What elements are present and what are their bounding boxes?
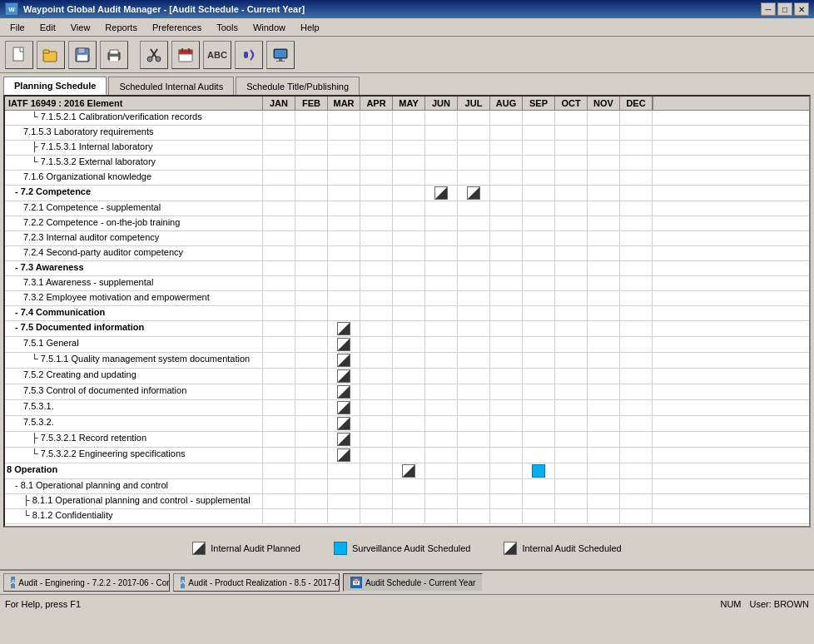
toolbar: ABC <box>0 37 814 73</box>
menu-tools[interactable]: Tools <box>210 19 245 36</box>
col-header-apr: APR <box>360 97 393 110</box>
table-row: └ 7.1.5.3.2 External laboratory <box>5 156 809 171</box>
table-row: 7.2.2 Competence - on-the-job training <box>5 216 809 231</box>
user-indicator: User: BROWN <box>750 599 810 609</box>
new-button[interactable] <box>5 41 33 69</box>
minimize-button[interactable]: ─ <box>761 2 776 16</box>
svg-rect-4 <box>78 48 85 53</box>
menu-reports[interactable]: Reports <box>98 19 144 36</box>
svg-rect-5 <box>77 55 87 61</box>
menu-edit[interactable]: Edit <box>33 19 62 36</box>
taskbar-btn-1[interactable]: A Audit - Enginering - 7.2.2 - 2017-06 -… <box>3 573 170 592</box>
help-text: For Help, press F1 <box>5 599 81 609</box>
col-header-dec: DEC <box>620 97 653 110</box>
table-row: 7.5.1 General <box>5 337 809 353</box>
svg-rect-7 <box>110 50 118 54</box>
schedule-container: IATF 16949 : 2016 Element JAN FEB MAR AP… <box>3 95 811 528</box>
svg-point-12 <box>156 57 161 62</box>
col-header-aug: AUG <box>490 97 523 110</box>
table-row: 7.5.2 Creating and updating <box>5 369 809 384</box>
table-row: ├ 7.1.5.3.1 Internal laboratory <box>5 141 809 156</box>
close-button[interactable]: ✕ <box>794 2 809 16</box>
tab-container: Planning Schedule Scheduled Internal Aud… <box>3 77 811 95</box>
taskbar-label-3: Audit Schedule - Current Year <box>365 578 475 587</box>
table-row: - 8.1 Operational planning and control <box>5 479 809 494</box>
menu-view[interactable]: View <box>64 19 97 36</box>
taskbar-icon-3: 📅 <box>350 577 362 588</box>
col-header-sep: SEP <box>523 97 555 110</box>
open-button[interactable] <box>37 41 65 69</box>
title-bar: W Waypoint Global Audit Manager - [Audit… <box>0 0 814 18</box>
menu-bar: File Edit View Reports Preferences Tools… <box>0 18 814 37</box>
table-row: 7.3.2 Employee motivation and empowermen… <box>5 291 809 306</box>
legend-surveillance-label: Surveillance Audit Scheduled <box>352 543 470 553</box>
taskbar-btn-2[interactable]: A Audit - Product Realization - 8.5 - 20… <box>173 573 340 592</box>
save-button[interactable] <box>68 41 97 69</box>
status-bar: For Help, press F1 NUM User: BROWN <box>0 594 814 612</box>
audio-button[interactable] <box>235 41 263 69</box>
table-row: 7.3.1 Awareness - supplemental <box>5 276 809 291</box>
app-icon: W <box>5 2 18 16</box>
table-row: 7.2.3 Internal auditor competency <box>5 231 809 246</box>
maximize-button[interactable]: □ <box>777 2 792 16</box>
svg-rect-17 <box>244 52 248 58</box>
table-row: 7.2.1 Competence - supplemental <box>5 201 809 216</box>
svg-point-11 <box>147 57 152 62</box>
print-button[interactable] <box>100 41 128 69</box>
table-row: └ 7.5.1.1 Quality management system docu… <box>5 353 809 369</box>
table-row: 7.5.3.2. <box>5 416 809 432</box>
calendar-button[interactable] <box>171 41 200 69</box>
taskbar-label-1: Audit - Enginering - 7.2.2 - 2017-06 - C… <box>18 578 170 587</box>
svg-rect-20 <box>279 58 282 61</box>
menu-file[interactable]: File <box>3 19 32 36</box>
cut-button[interactable] <box>140 41 168 69</box>
taskbar-label-2: Audit - Product Realization - 8.5 - 2017… <box>188 578 340 587</box>
svg-rect-0 <box>13 47 23 61</box>
num-indicator: NUM <box>720 599 741 609</box>
col-header-jul: JUL <box>458 97 490 110</box>
tab-scheduled-internal-audits[interactable]: Scheduled Internal Audits <box>108 77 234 95</box>
table-row: 7.1.5.3 Laboratory requirements <box>5 126 809 141</box>
col-header-may: MAY <box>393 97 425 110</box>
table-row: - 7.5 Documented information <box>5 321 809 337</box>
col-header-element: IATF 16949 : 2016 Element <box>5 97 263 110</box>
title-text: Waypoint Global Audit Manager - [Audit S… <box>23 4 305 14</box>
table-row: 7.5.3.1. <box>5 400 809 416</box>
taskbar-icon-2: A <box>181 577 185 588</box>
table-row: └ 7.5.3.2.2 Engineering specifications <box>5 448 809 463</box>
schedule-body[interactable]: └ 7.1.5.2.1 Calibration/verification rec… <box>5 111 809 524</box>
col-header-jan: JAN <box>263 97 295 110</box>
menu-help[interactable]: Help <box>294 19 326 36</box>
col-header-feb: FEB <box>295 97 328 110</box>
taskbar-icon-1: A <box>11 577 15 588</box>
monitor-button[interactable] <box>266 41 295 69</box>
svg-rect-14 <box>179 50 192 54</box>
abc-button[interactable]: ABC <box>203 41 231 69</box>
menu-window[interactable]: Window <box>246 19 292 36</box>
legend-scheduled-label: Internal Audit Scheduled <box>522 543 621 553</box>
legend-planned-icon <box>192 542 206 555</box>
taskbar-btn-3[interactable]: 📅 Audit Schedule - Current Year <box>343 573 483 592</box>
svg-rect-8 <box>110 57 118 62</box>
table-row: ├ 7.5.3.2.1 Record retention <box>5 432 809 448</box>
taskbar: A Audit - Enginering - 7.2.2 - 2017-06 -… <box>0 569 814 594</box>
table-row: 7.2.4 Second-party auditor competency <box>5 246 809 261</box>
legend-scheduled-icon <box>504 542 517 555</box>
legend-planned-label: Internal Audit Planned <box>211 543 300 553</box>
table-row: └ 8.1.2 Confidentiality <box>5 509 809 524</box>
table-row: 7.1.6 Organizational knowledge <box>5 171 809 186</box>
menu-preferences[interactable]: Preferences <box>146 19 208 36</box>
col-header-nov: NOV <box>588 97 620 110</box>
table-row: └ 7.1.5.2.1 Calibration/verification rec… <box>5 111 809 126</box>
table-row: - 7.2 Competence <box>5 186 809 201</box>
table-row: 8 Operation <box>5 463 809 479</box>
col-header-jun: JUN <box>425 97 458 110</box>
legend-surveillance-icon <box>334 542 347 555</box>
col-header-oct: OCT <box>555 97 588 110</box>
legend: Internal Audit Planned Surveillance Audi… <box>3 528 811 569</box>
tab-planning-schedule[interactable]: Planning Schedule <box>3 77 107 95</box>
col-header-mar: MAR <box>328 97 360 110</box>
table-row: 7.5.3 Control of documented information <box>5 384 809 400</box>
table-row: - 7.4 Communication <box>5 306 809 321</box>
tab-schedule-title-publishing[interactable]: Schedule Title/Publishing <box>236 77 360 95</box>
